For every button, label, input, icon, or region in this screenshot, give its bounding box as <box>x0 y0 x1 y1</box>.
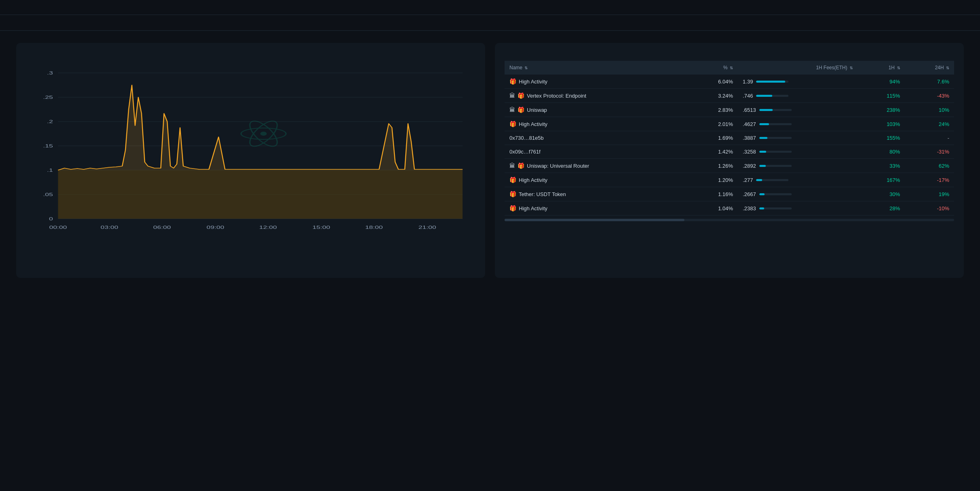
fee-bar-fill <box>759 207 764 209</box>
row-icon: 🏛 <box>509 162 515 169</box>
fee-bar-track <box>759 207 792 209</box>
cell-24h: 62% <box>905 159 954 173</box>
table-row: 🎁 High Activity 6.04% 1.39 94% 7.6% <box>505 75 954 89</box>
col-24h[interactable]: 24H ⇅ <box>905 61 954 75</box>
table-body: 🎁 High Activity 6.04% 1.39 94% 7.6% 🏛🎁 <box>505 75 954 216</box>
fee-bar-fill <box>759 137 767 139</box>
main-nav <box>0 15 980 31</box>
cell-1h: 238% <box>858 103 905 117</box>
cell-24h: -10% <box>905 201 954 216</box>
col-pct[interactable]: % ⇅ <box>688 61 738 75</box>
cell-24h: 19% <box>905 187 954 201</box>
fee-bar-fill <box>756 81 785 83</box>
cell-pct: 1.20% <box>688 173 738 187</box>
table-row: 🏛🎁 Uniswap 2.83% .6513 238% 10% <box>505 103 954 117</box>
fee-value: .4627 <box>743 121 756 127</box>
cell-name: 0x09c…f761f <box>505 145 688 159</box>
col-fees[interactable]: 1H Fees(ETH) ⇅ <box>738 61 858 75</box>
svg-text:.15: .15 <box>43 143 53 148</box>
svg-text:03:00: 03:00 <box>100 225 118 230</box>
fee-bar-track <box>759 151 792 153</box>
fee-value: .277 <box>743 177 753 183</box>
table-header: Name ⇅ % ⇅ 1H Fees(ETH) ⇅ 1H ⇅ 24H ⇅ <box>505 61 954 75</box>
account-name: Uniswap <box>527 107 547 113</box>
fee-bar-track <box>756 179 788 181</box>
row-icon2: 🎁 <box>518 92 524 99</box>
fee-bar-track <box>759 165 792 167</box>
fee-bar-fill <box>759 151 767 153</box>
col-1h[interactable]: 1H ⇅ <box>858 61 905 75</box>
table-row: 🎁 High Activity 1.20% .277 167% -17% <box>505 173 954 187</box>
cell-name: 🏛🎁 Vertex Protocol: Endpoint <box>505 89 688 103</box>
svg-text:.3: .3 <box>47 70 53 75</box>
cell-pct: 1.69% <box>688 131 738 145</box>
header <box>0 0 980 15</box>
svg-text:18:00: 18:00 <box>365 225 383 230</box>
fee-value: .2667 <box>743 191 756 197</box>
cell-pct: 2.01% <box>688 117 738 131</box>
account-name: High Activity <box>519 205 548 211</box>
svg-text:00:00: 00:00 <box>49 225 67 230</box>
table-row: 0x730…81e5b 1.69% .3887 155% - <box>505 131 954 145</box>
cell-pct: 3.24% <box>688 89 738 103</box>
cell-24h: 10% <box>905 103 954 117</box>
fee-value: .3887 <box>743 135 756 141</box>
svg-text:.1: .1 <box>47 168 53 173</box>
row-icon: 🏛 <box>509 107 515 113</box>
svg-text:21:00: 21:00 <box>418 225 436 230</box>
svg-text:0: 0 <box>49 216 53 221</box>
fee-bar-fill <box>759 193 765 195</box>
row-icon: 🏛 <box>509 92 515 99</box>
fee-bar-fill <box>759 109 773 111</box>
cell-pct: 1.42% <box>688 145 738 159</box>
svg-marker-15 <box>58 85 462 219</box>
gas-consumer-table-container: Name ⇅ % ⇅ 1H Fees(ETH) ⇅ 1H ⇅ 24H ⇅ 🎁 H… <box>505 61 954 221</box>
row-icon2: 🎁 <box>518 107 524 113</box>
cell-24h: 24% <box>905 117 954 131</box>
cell-1h: 28% <box>858 201 905 216</box>
table-row: 🎁 High Activity 1.04% .2383 28% -10% <box>505 201 954 216</box>
fee-bar-track <box>759 193 792 195</box>
cell-name: 🎁 Tether: USDT Token <box>505 187 688 201</box>
fee-bar-track <box>759 137 792 139</box>
row-icon: 🎁 <box>509 205 516 211</box>
cell-24h: 7.6% <box>905 75 954 89</box>
cell-fees: .277 <box>738 173 858 187</box>
cell-24h: -17% <box>905 173 954 187</box>
table-row: 🎁 High Activity 2.01% .4627 103% 24% <box>505 117 954 131</box>
fee-bar-track <box>756 95 788 97</box>
cell-fees: .6513 <box>738 103 858 117</box>
fee-value: .6513 <box>743 107 756 113</box>
cell-fees: .2383 <box>738 201 858 216</box>
fee-bar-fill <box>756 95 772 97</box>
cell-1h: 115% <box>858 89 905 103</box>
cell-name: 🎁 High Activity <box>505 75 688 89</box>
account-name: 0x730…81e5b <box>509 135 544 141</box>
gas-consumer-table: Name ⇅ % ⇅ 1H Fees(ETH) ⇅ 1H ⇅ 24H ⇅ 🎁 H… <box>505 61 954 216</box>
cell-fees: .2667 <box>738 187 858 201</box>
cell-24h: - <box>905 131 954 145</box>
cell-fees: .746 <box>738 89 858 103</box>
row-icon: 🎁 <box>509 191 516 197</box>
account-name: High Activity <box>519 121 548 127</box>
fee-value: .3258 <box>743 149 756 155</box>
chart-svg: .3 .25 .2 .15 .1 .05 0 <box>26 61 475 247</box>
cell-name: 🎁 High Activity <box>505 201 688 216</box>
gas-consumer-panel: Name ⇅ % ⇅ 1H Fees(ETH) ⇅ 1H ⇅ 24H ⇅ 🎁 H… <box>495 43 964 278</box>
fee-bar-track <box>756 81 788 83</box>
fee-bar-track <box>759 123 792 125</box>
account-name: 0x09c…f761f <box>509 149 541 155</box>
fee-bar-track <box>759 109 792 111</box>
row-icon: 🎁 <box>509 78 516 85</box>
cell-1h: 155% <box>858 131 905 145</box>
table-row: 🎁 Tether: USDT Token 1.16% .2667 30% 19% <box>505 187 954 201</box>
col-name[interactable]: Name ⇅ <box>505 61 688 75</box>
scrollbar[interactable] <box>505 219 954 221</box>
cell-pct: 6.04% <box>688 75 738 89</box>
cell-pct: 1.26% <box>688 159 738 173</box>
cell-name: 0x730…81e5b <box>505 131 688 145</box>
account-name: Tether: USDT Token <box>519 191 566 197</box>
cell-name: 🎁 High Activity <box>505 117 688 131</box>
cell-name: 🎁 High Activity <box>505 173 688 187</box>
gas-price-panel: .3 .25 .2 .15 .1 .05 0 <box>16 43 485 278</box>
